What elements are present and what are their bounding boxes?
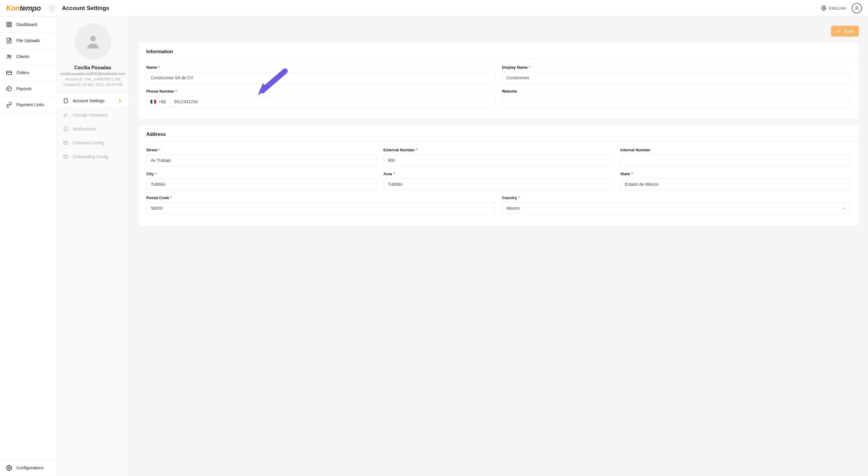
svg-point-9 xyxy=(10,56,11,57)
phone-input[interactable] xyxy=(169,96,495,107)
payouts-icon xyxy=(6,86,12,92)
bell-icon xyxy=(63,126,68,132)
chevron-right-icon xyxy=(117,98,123,103)
name-label: Name* xyxy=(146,65,495,70)
street-input[interactable] xyxy=(146,155,377,166)
sidebar-item-label: Clients xyxy=(17,54,29,59)
card-title: Address xyxy=(146,132,851,137)
subnav-label: Checkout Config xyxy=(73,140,104,145)
subnav-account-settings[interactable]: Account Settings xyxy=(57,94,129,108)
svg-point-8 xyxy=(7,55,9,56)
check-icon xyxy=(837,29,841,34)
save-button[interactable]: Save xyxy=(831,26,859,37)
svg-point-13 xyxy=(8,467,10,469)
user-icon xyxy=(854,5,860,11)
area-input[interactable] xyxy=(383,178,614,190)
state-input[interactable] xyxy=(620,178,851,190)
profile-button[interactable] xyxy=(851,3,862,13)
profile-name: Cecilia Posadas xyxy=(57,65,129,70)
language-label: ENGLISH xyxy=(829,6,846,10)
sidebar-item-label: Dashboard xyxy=(17,22,37,27)
card-title: Information xyxy=(146,49,851,55)
sidebar-item-payment-links[interactable]: Payment Links xyxy=(0,97,57,113)
key-icon xyxy=(63,112,68,118)
svg-rect-4 xyxy=(10,23,11,24)
internal-number-input[interactable] xyxy=(620,155,851,166)
svg-point-14 xyxy=(90,36,96,41)
sidebar: Dashboard File Uploads Clients Orders Pa… xyxy=(0,16,57,476)
clients-icon xyxy=(6,54,12,60)
back-button[interactable] xyxy=(47,3,57,13)
subnav-label: Notifications xyxy=(73,127,96,131)
subnav-label: Account Settings xyxy=(73,98,104,103)
sidebar-item-label: Payouts xyxy=(17,86,32,91)
subnav-change-password[interactable]: Change Password xyxy=(57,108,129,122)
svg-rect-25 xyxy=(64,141,68,145)
logo-accent: Kon xyxy=(6,4,20,12)
subnav-onboarding-config[interactable]: Onboarding Config xyxy=(57,150,129,164)
dashboard-icon xyxy=(6,22,12,28)
header: Kontempo Account Settings ENGLISH xyxy=(0,0,868,16)
checkout-icon xyxy=(63,140,68,145)
postal-code-input[interactable] xyxy=(146,202,495,214)
state-label: State* xyxy=(620,172,851,176)
language-selector[interactable]: ENGLISH xyxy=(821,5,846,11)
street-label: Street* xyxy=(146,148,377,152)
subnav-label: Change Password xyxy=(73,112,107,117)
display-name-input[interactable] xyxy=(502,72,851,83)
svg-rect-28 xyxy=(64,155,68,159)
phone-prefix-value: +52 xyxy=(159,99,166,104)
city-input[interactable] xyxy=(146,178,377,190)
chevron-left-icon xyxy=(50,6,54,10)
avatar[interactable] xyxy=(75,23,111,60)
sidebar-item-label: Orders xyxy=(17,70,29,75)
external-number-input[interactable] xyxy=(383,155,614,166)
main-content: Save Information Name* Display Name* Pho… xyxy=(129,16,868,476)
svg-point-2 xyxy=(856,6,858,8)
mexico-flag-icon xyxy=(150,100,156,104)
profile-created-at: Created At: 30 Mar, 2022 - 04:16 PM xyxy=(57,82,129,87)
website-input[interactable] xyxy=(502,96,851,107)
orders-icon xyxy=(6,70,12,76)
sidebar-item-payouts[interactable]: Payouts xyxy=(0,81,57,97)
information-card: Information Name* Display Name* Phone Nu… xyxy=(138,42,859,120)
page-title: Account Settings xyxy=(62,5,109,11)
sidebar-item-file-uploads[interactable]: File Uploads xyxy=(0,33,57,49)
svg-rect-6 xyxy=(10,25,11,27)
city-label: City* xyxy=(146,172,377,176)
subnav-label: Onboarding Config xyxy=(73,154,108,159)
subsidebar: Cecilia Posadas cecilia.posadas.ko8932@m… xyxy=(57,16,129,476)
sidebar-item-orders[interactable]: Orders xyxy=(0,65,57,81)
file-upload-icon xyxy=(6,37,12,43)
sidebar-item-dashboard[interactable]: Dashboard xyxy=(0,16,57,33)
sidebar-item-label: Configurations xyxy=(17,466,43,470)
logo[interactable]: Kontempo xyxy=(6,4,41,12)
subnav-notifications[interactable]: Notifications xyxy=(57,122,129,136)
sidebar-item-configurations[interactable]: Configurations xyxy=(0,460,57,476)
phone-label: Phone Number* xyxy=(146,89,495,94)
area-label: Area* xyxy=(383,172,614,176)
phone-country-prefix[interactable]: +52 xyxy=(146,96,169,107)
save-label: Save xyxy=(844,29,854,34)
subnav-checkout-config[interactable]: Checkout Config xyxy=(57,136,129,150)
internal-number-label: Internal Number xyxy=(620,148,851,152)
svg-line-24 xyxy=(67,114,67,114)
sidebar-item-label: Payment Links xyxy=(17,102,44,107)
address-card: Address Street* External Number* Interna… xyxy=(138,125,859,226)
link-icon xyxy=(6,102,12,108)
sidebar-item-clients[interactable]: Clients xyxy=(0,49,57,65)
svg-point-22 xyxy=(64,115,66,116)
name-input[interactable] xyxy=(146,72,495,83)
svg-rect-15 xyxy=(64,99,67,103)
svg-rect-10 xyxy=(7,71,12,75)
postal-code-label: Postal Code* xyxy=(146,196,495,200)
globe-icon xyxy=(821,5,827,11)
country-select[interactable] xyxy=(502,202,851,214)
svg-rect-3 xyxy=(7,23,9,24)
svg-rect-5 xyxy=(7,25,9,27)
onboarding-icon xyxy=(63,154,68,160)
sidebar-item-label: File Uploads xyxy=(17,38,40,43)
country-label: Country* xyxy=(502,196,851,200)
logo-rest: tempo xyxy=(20,4,41,12)
gear-icon xyxy=(6,465,12,471)
